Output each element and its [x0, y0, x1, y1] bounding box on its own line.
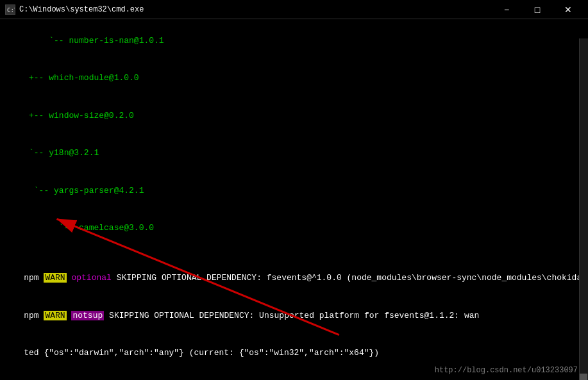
terminal-line: `-- camelcase@3.0.0 — [4, 210, 584, 247]
terminal-line: `-- yargs-parser@4.2.1 — [4, 172, 584, 210]
title-bar-left: C:\ C:\Windows\system32\cmd.exe — [5, 4, 144, 15]
cmd-icon: C:\ — [5, 4, 15, 15]
terminal-line: npm WARN notsup SKIPPING OPTIONAL DEPEND… — [4, 297, 584, 335]
close-button[interactable]: ✕ — [553, 0, 583, 19]
minimize-button[interactable]: − — [492, 0, 521, 19]
title-bar: C:\ C:\Windows\system32\cmd.exe − □ ✕ — [0, 0, 588, 19]
terminal-line — [4, 247, 584, 260]
watermark: http://blog.csdn.net/u013233097 — [435, 366, 578, 375]
terminal-line: `-- y18n@3.2.1 — [4, 135, 584, 172]
title-bar-title: C:\Windows\system32\cmd.exe — [19, 5, 144, 14]
title-bar-controls: − □ ✕ — [492, 0, 583, 19]
svg-text:C:\: C:\ — [7, 7, 15, 13]
terminal-line: npm WARN optional SKIPPING OPTIONAL DEPE… — [4, 260, 584, 297]
terminal: `-- number-is-nan@1.0.1 +-- which-module… — [0, 19, 588, 380]
terminal-line: +-- window-size@0.2.0 — [4, 97, 584, 135]
maximize-button[interactable]: □ — [523, 0, 552, 19]
terminal-line: +-- which-module@1.0.0 — [4, 60, 584, 97]
terminal-line: `-- number-is-nan@1.0.1 — [4, 22, 584, 60]
scrollbar[interactable] — [579, 38, 588, 380]
scrollbar-thumb[interactable] — [580, 374, 587, 380]
